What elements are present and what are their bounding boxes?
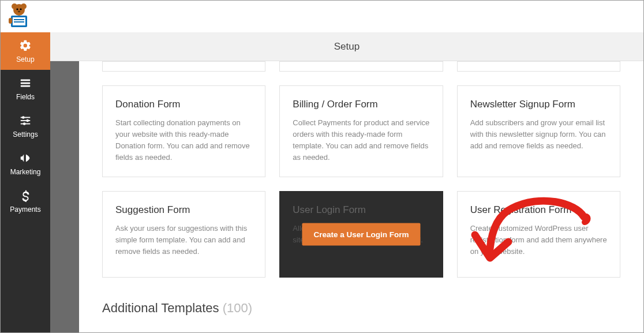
gear-icon bbox=[19, 39, 32, 52]
body-wrap: Setup Fields Settings Marketing bbox=[1, 32, 643, 332]
list-icon bbox=[19, 77, 32, 89]
sidebar-item-settings[interactable]: Settings bbox=[1, 107, 50, 145]
logo-bar bbox=[1, 1, 643, 32]
content-outer: Donation Form Start collecting donation … bbox=[50, 61, 643, 332]
svg-point-17 bbox=[26, 119, 29, 122]
sidebar-item-payments[interactable]: Payments bbox=[1, 182, 50, 220]
template-card-placeholder[interactable] bbox=[102, 61, 265, 72]
additional-templates-heading: Additional Templates (100) bbox=[79, 278, 643, 316]
template-card-user-login[interactable]: User Login Form Allow your users to easi… bbox=[279, 191, 443, 278]
sidebar-label: Fields bbox=[16, 93, 35, 101]
svg-point-2 bbox=[21, 3, 27, 9]
svg-point-3 bbox=[16, 8, 18, 10]
template-card-placeholder[interactable] bbox=[457, 61, 620, 72]
svg-rect-13 bbox=[21, 85, 31, 87]
template-title: Billing / Order Form bbox=[293, 99, 429, 110]
page-title-bar: Setup bbox=[50, 32, 643, 61]
template-card-suggestion[interactable]: Suggestion Form Ask your users for sugge… bbox=[102, 191, 265, 278]
template-title: Suggestion Form bbox=[115, 204, 252, 216]
sidebar-label: Marketing bbox=[10, 168, 41, 176]
template-card-placeholder[interactable] bbox=[279, 61, 443, 72]
template-card-newsletter[interactable]: Newsletter Signup Form Add subscribers a… bbox=[457, 85, 620, 177]
sidebar-item-marketing[interactable]: Marketing bbox=[1, 145, 50, 182]
sidebar-item-setup[interactable]: Setup bbox=[1, 32, 50, 70]
template-card-donation[interactable]: Donation Form Start collecting donation … bbox=[102, 85, 265, 177]
template-placeholder-row bbox=[79, 61, 643, 72]
template-desc: Add subscribers and grow your email list… bbox=[470, 117, 607, 152]
svg-rect-12 bbox=[21, 82, 31, 84]
sidebar-label: Settings bbox=[13, 130, 38, 139]
sidebar: Setup Fields Settings Marketing bbox=[1, 32, 50, 332]
svg-point-5 bbox=[18, 10, 20, 12]
template-desc: Start collecting donation payments on yo… bbox=[115, 117, 252, 164]
template-title: User Login Form bbox=[293, 204, 429, 216]
sidebar-label: Setup bbox=[16, 55, 34, 63]
template-desc: Ask your users for suggestions with this… bbox=[115, 223, 252, 257]
dollar-icon bbox=[19, 189, 32, 202]
main: Setup Donation Form Start collecting don… bbox=[50, 32, 643, 332]
sidebar-label: Payments bbox=[10, 205, 40, 214]
bullhorn-icon bbox=[19, 152, 32, 164]
template-title: Newsletter Signup Form bbox=[470, 99, 607, 110]
section-title-text: Additional Templates bbox=[102, 301, 223, 315]
template-row-2: Suggestion Form Ask your users for sugge… bbox=[79, 191, 643, 278]
wpforms-logo bbox=[5, 3, 33, 31]
section-count: (100) bbox=[223, 301, 252, 315]
create-user-login-form-button[interactable]: Create a User Login Form bbox=[302, 223, 420, 245]
svg-rect-9 bbox=[14, 21, 24, 23]
content-inner: Donation Form Start collecting donation … bbox=[79, 61, 643, 332]
svg-point-15 bbox=[22, 116, 25, 119]
template-title: Donation Form bbox=[115, 99, 252, 110]
template-card-user-registration[interactable]: User Registration Form Create customized… bbox=[457, 191, 620, 278]
template-row-1: Donation Form Start collecting donation … bbox=[79, 85, 643, 177]
svg-rect-11 bbox=[21, 79, 31, 81]
page-title: Setup bbox=[334, 41, 360, 53]
template-desc: Create customized WordPress user registr… bbox=[470, 223, 607, 257]
template-card-billing[interactable]: Billing / Order Form Collect Payments fo… bbox=[279, 85, 443, 177]
sidebar-item-fields[interactable]: Fields bbox=[1, 70, 50, 107]
svg-rect-8 bbox=[14, 19, 24, 20]
svg-point-4 bbox=[20, 8, 21, 10]
template-title: User Registration Form bbox=[470, 204, 607, 216]
template-desc: Collect Payments for product and service… bbox=[293, 117, 429, 164]
svg-rect-10 bbox=[9, 18, 12, 24]
svg-point-1 bbox=[12, 3, 17, 9]
svg-point-19 bbox=[23, 122, 26, 125]
sliders-icon bbox=[19, 114, 32, 127]
app-frame: Setup Fields Settings Marketing bbox=[0, 0, 644, 333]
